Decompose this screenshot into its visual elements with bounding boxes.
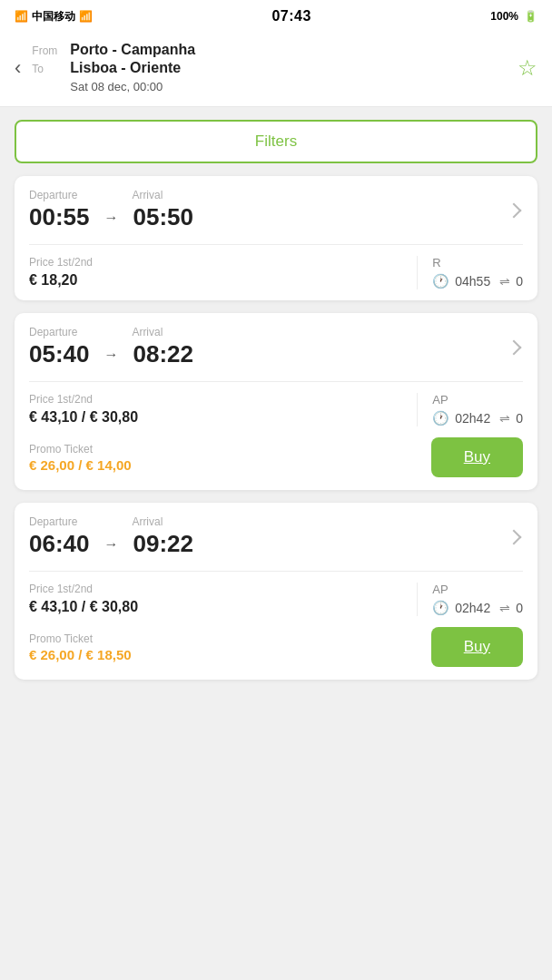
arrival-time: 09:22 — [133, 530, 194, 558]
promo-row: Promo Ticket € 26,00 / € 18,50 Buy — [15, 627, 537, 680]
battery-icon: 🔋 — [524, 10, 537, 23]
from-station: Porto - Campanha — [70, 42, 195, 58]
buy-button[interactable]: Buy — [431, 627, 523, 667]
carrier-name: 中国移动 — [32, 9, 75, 24]
carrier-info: 📶 中国移动 📶 — [15, 9, 93, 24]
duration: 02h42 — [455, 411, 490, 426]
train-info-section: AP 🕐 02h42 ⇌ 0 — [418, 583, 523, 616]
wifi-icon: 📶 — [79, 10, 93, 23]
back-button[interactable]: ‹ — [15, 53, 28, 83]
clock-icon: 🕐 — [432, 273, 449, 289]
time-display: 07:43 — [271, 8, 310, 24]
price-label: Price 1st/2nd — [29, 393, 402, 406]
filters-button[interactable]: Filters — [15, 120, 537, 163]
price-section: Price 1st/2nd € 18,20 — [29, 256, 418, 289]
price-value: € 18,20 — [29, 272, 402, 289]
card-top-section[interactable]: Departure Arrival 00:55 → 05:50 — [15, 176, 537, 244]
departure-label: Departure — [29, 515, 77, 528]
chevron-right-icon — [507, 202, 522, 218]
arrival-label: Arrival — [132, 326, 163, 338]
train-type: R — [432, 256, 523, 270]
card-times: Departure Arrival 00:55 → 05:50 — [29, 189, 508, 231]
card-top-section[interactable]: Departure Arrival 06:40 → 09:22 — [15, 503, 537, 571]
chevron-right-icon — [507, 529, 522, 544]
departure-label: Departure — [29, 326, 77, 338]
route-header: ‹ From Porto - Campanha To Lisboa - Orie… — [0, 33, 552, 107]
arrival-label: Arrival — [132, 189, 163, 201]
transfers-icon: ⇌ — [499, 274, 510, 289]
transfers-icon: ⇌ — [499, 411, 510, 426]
promo-section: Promo Ticket € 26,00 / € 14,00 — [29, 443, 420, 473]
transfers-icon: ⇌ — [499, 601, 510, 615]
chevron-right-icon — [507, 339, 522, 355]
train-info-section: R 🕐 04h55 ⇌ 0 — [418, 256, 523, 289]
transfers-count: 0 — [516, 411, 523, 426]
card-bottom-section: Price 1st/2nd € 43,10 / € 30,80 AP 🕐 02h… — [15, 572, 537, 627]
route-arrow-icon: → — [104, 347, 119, 363]
arrival-label: Arrival — [132, 515, 163, 528]
duration: 02h42 — [455, 601, 490, 615]
route-arrow-icon: → — [104, 536, 119, 553]
departure-time: 05:40 — [29, 340, 90, 368]
train-card: Departure Arrival 00:55 → 05:50 Price 1s… — [15, 176, 537, 300]
price-label: Price 1st/2nd — [29, 256, 402, 269]
card-bottom-section: Price 1st/2nd € 18,20 R 🕐 04h55 ⇌ 0 — [15, 245, 537, 300]
route-info: From Porto - Campanha To Lisboa - Orient… — [32, 42, 518, 93]
promo-label: Promo Ticket — [29, 443, 420, 456]
price-section: Price 1st/2nd € 43,10 / € 30,80 — [29, 583, 418, 616]
train-list: Departure Arrival 00:55 → 05:50 Price 1s… — [0, 176, 552, 680]
promo-row: Promo Ticket € 26,00 / € 14,00 Buy — [15, 437, 537, 490]
promo-price: € 26,00 / € 14,00 — [29, 457, 420, 473]
arrival-time: 08:22 — [133, 340, 194, 368]
travel-date: Sat 08 dec, 00:00 — [70, 80, 518, 93]
card-times: Departure Arrival 05:40 → 08:22 — [29, 326, 508, 368]
status-bar: 📶 中国移动 📶 07:43 100% 🔋 — [0, 0, 552, 33]
promo-label: Promo Ticket — [29, 632, 420, 645]
card-times: Departure Arrival 06:40 → 09:22 — [29, 515, 508, 558]
transfers-count: 0 — [516, 601, 523, 615]
train-card: Departure Arrival 05:40 → 08:22 Price 1s… — [15, 313, 537, 490]
promo-section: Promo Ticket € 26,00 / € 18,50 — [29, 632, 420, 662]
train-type: AP — [432, 583, 523, 596]
train-info-section: AP 🕐 02h42 ⇌ 0 — [418, 393, 523, 426]
duration: 04h55 — [455, 274, 490, 289]
buy-button[interactable]: Buy — [431, 437, 523, 477]
departure-time: 06:40 — [29, 530, 90, 558]
price-value: € 43,10 / € 30,80 — [29, 409, 402, 426]
departure-label: Departure — [29, 189, 77, 201]
price-label: Price 1st/2nd — [29, 583, 402, 595]
route-arrow-icon: → — [104, 210, 119, 226]
from-label: From — [32, 44, 61, 57]
card-bottom-section: Price 1st/2nd € 43,10 / € 30,80 AP 🕐 02h… — [15, 382, 537, 437]
to-label: To — [32, 63, 61, 75]
favorite-button[interactable]: ☆ — [518, 55, 537, 81]
clock-icon: 🕐 — [432, 600, 449, 616]
to-station: Lisboa - Oriente — [70, 60, 181, 76]
battery-percentage: 100% — [490, 10, 518, 23]
price-value: € 43,10 / € 30,80 — [29, 599, 402, 615]
filters-section: Filters — [0, 107, 552, 176]
price-section: Price 1st/2nd € 43,10 / € 30,80 — [29, 393, 418, 426]
promo-price: € 26,00 / € 18,50 — [29, 647, 420, 662]
transfers-count: 0 — [516, 274, 523, 289]
train-card: Departure Arrival 06:40 → 09:22 Price 1s… — [15, 503, 537, 680]
clock-icon: 🕐 — [432, 410, 449, 426]
battery-info: 100% 🔋 — [490, 10, 537, 23]
departure-time: 00:55 — [29, 203, 90, 231]
train-type: AP — [432, 393, 523, 407]
arrival-time: 05:50 — [133, 203, 194, 231]
card-top-section[interactable]: Departure Arrival 05:40 → 08:22 — [15, 313, 537, 381]
signal-icon: 📶 — [15, 10, 28, 23]
